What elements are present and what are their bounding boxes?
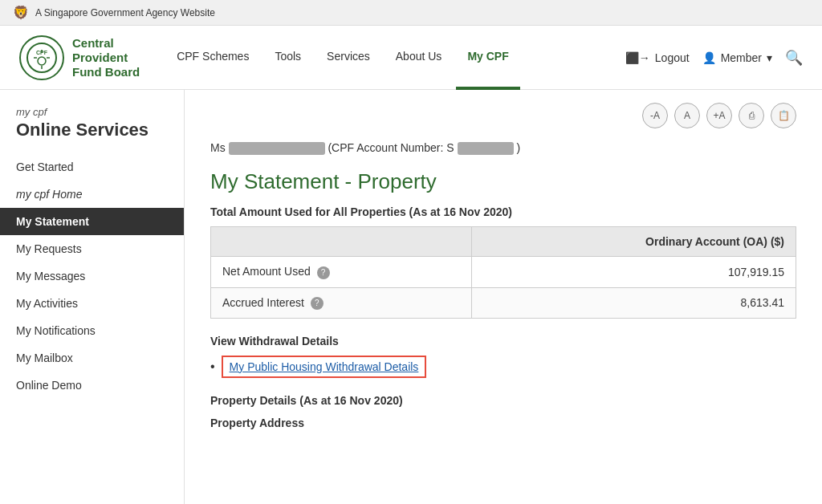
search-icon: 🔍 [785, 50, 803, 66]
svg-point-2 [38, 57, 46, 65]
copy-icon: 📋 [778, 110, 790, 121]
sidebar-item-my-cpf-home[interactable]: my cpf Home [0, 181, 184, 208]
accrued-interest-text: Accrued Interest [222, 296, 304, 309]
property-details-section: Property Details (As at 16 Nov 2020) Pro… [210, 394, 796, 429]
org-name-line2: Provident [72, 51, 140, 65]
bullet-point: • [210, 360, 215, 374]
font-normal-button[interactable]: A [674, 103, 700, 128]
sidebar-title-large: Online Services [0, 120, 184, 140]
total-amount-label: Total Amount Used for All Properties (As… [210, 205, 796, 218]
org-name-line1: Central [72, 36, 140, 51]
my-public-housing-withdrawal-link[interactable]: My Public Housing Withdrawal Details [230, 360, 419, 373]
copy-button[interactable]: 📋 [771, 103, 796, 128]
sidebar-item-my-statement[interactable]: My Statement [0, 208, 184, 235]
table-row: Accrued Interest ? 8,613.41 [211, 287, 796, 318]
withdrawal-link-box: My Public Housing Withdrawal Details [222, 356, 427, 378]
print-button[interactable]: ⎙ [739, 103, 764, 128]
user-greeting: Ms (CPF Account Number: S ) [210, 141, 796, 155]
logout-label: Logout [655, 51, 690, 64]
net-amount-help-icon[interactable]: ? [317, 266, 330, 279]
withdrawal-link-wrapper: • My Public Housing Withdrawal Details [210, 356, 796, 378]
font-decrease-button[interactable]: -A [642, 103, 668, 128]
chevron-down-icon: ▾ [767, 51, 772, 64]
table-header-empty [211, 227, 472, 257]
property-details-label: Property Details (As at 16 Nov 2020) [210, 394, 796, 407]
logo-text: Central Provident Fund Board [72, 36, 140, 79]
member-label: Member [721, 51, 762, 64]
logout-button[interactable]: ⬛→ Logout [625, 51, 690, 64]
account-number-suffix: ) [516, 141, 520, 154]
withdrawal-section: View Withdrawal Details • My Public Hous… [210, 335, 796, 378]
cpf-logo: CPF [19, 35, 64, 80]
lion-icon: 🦁 [13, 5, 29, 20]
gov-banner: 🦁 A Singapore Government Agency Website [0, 0, 822, 26]
nav-my-cpf[interactable]: My CPF [456, 26, 519, 90]
page-title: My Statement - Property [210, 169, 796, 194]
table-cell-accrued-label: Accrued Interest ? [211, 287, 472, 318]
sidebar-item-my-notifications[interactable]: My Notifications [0, 317, 184, 344]
accrued-interest-help-icon[interactable]: ? [311, 297, 324, 310]
sidebar-item-get-started[interactable]: Get Started [0, 153, 184, 181]
gov-banner-text: A Singapore Government Agency Website [35, 7, 215, 18]
nav-services[interactable]: Services [315, 26, 381, 90]
header: CPF Central Provident Fund Board CPF Sch… [0, 26, 822, 90]
sidebar-item-my-activities[interactable]: My Activities [0, 290, 184, 317]
withdrawal-title: View Withdrawal Details [210, 335, 796, 348]
print-icon: ⎙ [749, 110, 755, 121]
sidebar-item-my-requests[interactable]: My Requests [0, 235, 184, 262]
font-increase-button[interactable]: +A [706, 103, 732, 128]
font-controls: -A A +A ⎙ 📋 [210, 103, 796, 128]
sidebar-item-my-mailbox[interactable]: My Mailbox [0, 344, 184, 372]
member-button[interactable]: 👤 Member ▾ [702, 51, 772, 64]
logo-area: CPF Central Provident Fund Board [19, 35, 140, 80]
search-button[interactable]: 🔍 [785, 49, 803, 67]
table-cell-net-amount-label: Net Amount Used ? [211, 257, 472, 287]
table-row: Net Amount Used ? 107,919.15 [211, 257, 796, 287]
table-header-oa: Ordinary Account (OA) ($) [472, 227, 796, 257]
header-actions: ⬛→ Logout 👤 Member ▾ 🔍 [625, 49, 803, 67]
sidebar-item-online-demo[interactable]: Online Demo [0, 372, 184, 399]
property-address-label: Property Address [210, 417, 796, 429]
user-name-redacted [229, 142, 325, 155]
property-table: Ordinary Account (OA) ($) Net Amount Use… [210, 226, 796, 319]
account-number-label: (CPF Account Number: S [328, 141, 454, 154]
sidebar: my cpf Online Services Get Started my cp… [0, 90, 185, 504]
user-salutation: Ms [210, 141, 226, 154]
table-cell-accrued-value: 8,613.41 [472, 287, 796, 318]
sidebar-item-my-messages[interactable]: My Messages [0, 262, 184, 290]
member-icon: 👤 [702, 51, 716, 64]
org-name-line3: Fund Board [72, 65, 140, 79]
sidebar-title-small: my cpf [0, 106, 184, 118]
nav-tools[interactable]: Tools [263, 26, 312, 90]
nav-cpf-schemes[interactable]: CPF Schemes [165, 26, 260, 90]
main-content: -A A +A ⎙ 📋 Ms (CPF Account Number: S ) … [185, 90, 822, 504]
nav-about-us[interactable]: About Us [385, 26, 454, 90]
logout-icon: ⬛→ [625, 51, 650, 64]
main-layout: my cpf Online Services Get Started my cp… [0, 90, 822, 504]
account-number-redacted [458, 142, 514, 155]
table-cell-net-amount-value: 107,919.15 [472, 257, 796, 287]
main-nav: CPF Schemes Tools Services About Us My C… [165, 26, 625, 90]
net-amount-text: Net Amount Used [222, 265, 311, 278]
